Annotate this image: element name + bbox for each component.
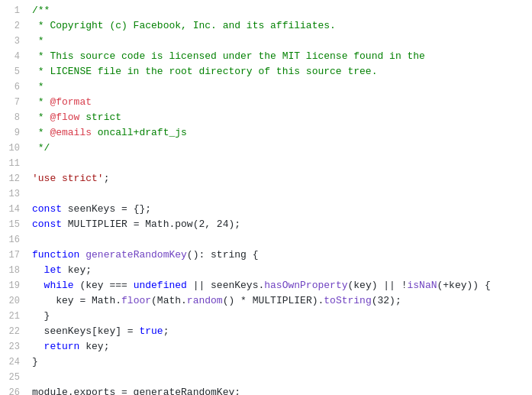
code-line: module.exports = generateRandomKey; (32, 385, 532, 395)
line-number: 21 (5, 309, 20, 324)
line-number: 10 (5, 141, 20, 156)
code-line: */ (32, 141, 532, 156)
line-number: 26 (5, 385, 20, 395)
line-number: 22 (5, 324, 20, 339)
line-number: 13 (5, 186, 20, 202)
code-line: function generateRandomKey(): string { (32, 248, 532, 263)
code-line (32, 232, 532, 248)
line-number: 17 (5, 248, 20, 263)
line-number: 19 (5, 278, 20, 293)
line-number: 9 (5, 125, 20, 141)
code-line: seenKeys[key] = true; (32, 324, 532, 339)
line-number: 16 (5, 232, 20, 248)
code-line: const seenKeys = {}; (32, 202, 532, 217)
code-line: * LICENSE file in the root directory of … (32, 64, 532, 79)
line-number: 25 (5, 370, 20, 385)
line-number: 18 (5, 263, 20, 278)
code-line (32, 156, 532, 171)
line-number: 14 (5, 202, 20, 217)
code-line: * @flow strict (32, 110, 532, 125)
line-number: 24 (5, 355, 20, 370)
line-number: 23 (5, 339, 20, 355)
line-number: 4 (5, 49, 20, 64)
code-line: let key; (32, 263, 532, 278)
code-line: key = Math.floor(Math.random() * MULTIPL… (32, 293, 532, 309)
code-line: } (32, 355, 532, 370)
line-number: 12 (5, 171, 20, 186)
code-editor: 1234567891011121314151617181920212223242… (0, 0, 532, 395)
code-line (32, 370, 532, 385)
line-number: 2 (5, 18, 20, 34)
code-line: return key; (32, 339, 532, 355)
code-line: * Copyright (c) Facebook, Inc. and its a… (32, 18, 532, 34)
code-content: /** * Copyright (c) Facebook, Inc. and i… (29, 3, 532, 395)
code-line: * This source code is licensed under the… (32, 49, 532, 64)
code-line: * (32, 34, 532, 49)
line-number: 7 (5, 95, 20, 110)
code-line (32, 186, 532, 202)
code-line: 'use strict'; (32, 171, 532, 186)
line-number: 20 (5, 293, 20, 309)
line-number: 8 (5, 110, 20, 125)
code-line: const MULTIPLIER = Math.pow(2, 24); (32, 217, 532, 232)
line-number: 6 (5, 79, 20, 95)
line-number: 15 (5, 217, 20, 232)
code-line: } (32, 309, 532, 324)
line-numbers: 1234567891011121314151617181920212223242… (0, 3, 29, 395)
code-line: * @format (32, 95, 532, 110)
line-number: 11 (5, 156, 20, 171)
line-number: 5 (5, 64, 20, 79)
line-number: 1 (5, 3, 20, 18)
code-line: while (key === undefined || seenKeys.has… (32, 278, 532, 293)
code-line: /** (32, 3, 532, 18)
line-number: 3 (5, 34, 20, 49)
code-line: * @emails oncall+draft_js (32, 125, 532, 141)
code-line: * (32, 79, 532, 95)
